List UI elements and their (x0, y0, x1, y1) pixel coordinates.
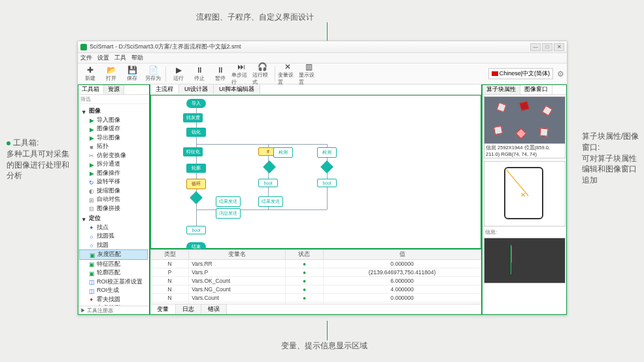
tab-error[interactable]: 错误 (201, 304, 227, 314)
tree-item[interactable]: ▶图像操作 (79, 169, 148, 178)
minimize-button[interactable]: — (530, 43, 541, 51)
table-row[interactable]: NVars.NG_Count●4.000000 (151, 285, 481, 294)
toolbar-暂停[interactable]: ⏸暂停 (211, 65, 230, 83)
tree-item[interactable]: ⊟图像拼接 (79, 204, 148, 213)
column-header[interactable]: 变量名 (189, 250, 286, 260)
toolbar-保存[interactable]: 💾保存 (122, 65, 142, 83)
flow-decision[interactable] (263, 160, 276, 173)
toolbar-另存为[interactable]: 📄另存为 (143, 65, 163, 83)
tree-item[interactable]: ↻旋转平移 (79, 177, 148, 187)
tab-toolbox[interactable]: 工具箱 (78, 84, 104, 94)
column-header[interactable]: 类型 (151, 250, 189, 260)
tree-item[interactable]: ⊞自动对焦 (79, 195, 148, 204)
toolbar-打开[interactable]: 📂打开 (101, 65, 121, 83)
tree-category[interactable]: ▾图像 (79, 107, 148, 116)
menu-settings[interactable]: 设置 (97, 54, 109, 62)
tree-item[interactable]: ▣轮廓匹配 (79, 268, 148, 278)
table-row[interactable]: NVars.RR●0.000000 (151, 260, 481, 268)
flow-node[interactable]: 结果发送 (216, 196, 241, 207)
flow-node[interactable]: 锐化 (186, 128, 206, 137)
flow-node[interactable]: 检测 (273, 147, 293, 158)
menu-tools[interactable]: 工具 (114, 54, 126, 62)
toolbar-icon: 💾 (127, 65, 137, 75)
image-preview-2[interactable]: ✕ (484, 161, 566, 226)
maximize-button[interactable]: □ (542, 43, 552, 51)
tab-operator-prop[interactable]: 算子块属性 (483, 84, 520, 94)
tool-label: 找圆 (97, 241, 109, 250)
flow-decision[interactable] (320, 160, 333, 173)
flow-node[interactable]: 特征化 (183, 147, 203, 156)
image-preview-1[interactable]: 信息 2592X1944 位置(859.0, 211.0) RGB(74, 74… (484, 96, 566, 158)
flow-node[interactable]: 轮廓 (186, 164, 206, 173)
table-row[interactable]: NVars.OK_Count●6.000000 (151, 277, 481, 285)
gear-icon[interactable]: ⚙ (557, 69, 564, 79)
tree-item[interactable]: ▶图像缓存 (79, 124, 148, 134)
toolbar-单步运行[interactable]: ⏭单步运行 (231, 65, 251, 83)
tree-item[interactable]: ✂仿射变换像 (79, 151, 148, 160)
variables-table[interactable]: 类型变量名状态值 NVars.RR●0.000000PVars.P●(2139.… (150, 249, 481, 304)
tree-item[interactable]: ✦霍夫找圆 (79, 295, 148, 304)
flow-node[interactable]: bool (186, 226, 206, 234)
tree-item[interactable]: ▶拆分通道 (79, 160, 148, 169)
tool-tree[interactable]: ▾图像▶导入图像▶图像缓存▶导出图像■拓扑✂仿射变换像▶拆分通道▶图像操作↻旋转… (78, 104, 149, 306)
tab-main-flow[interactable]: 主流程 (150, 84, 179, 94)
tree-category[interactable]: ▾定位 (79, 214, 148, 223)
flow-node[interactable]: 检测 (317, 147, 337, 158)
chip-marker (496, 102, 506, 112)
tree-item[interactable]: ◫ROI生成 (79, 286, 148, 295)
tree-item[interactable]: ▣灰度匹配 (79, 249, 148, 260)
tool-register[interactable]: ▶ 工具注册器 (78, 306, 149, 315)
table-row[interactable]: PVars.P●(2139.646973,750.411804) (151, 268, 481, 277)
tree-item[interactable]: ▶导入图像 (79, 116, 148, 125)
toolbar-停止[interactable]: ⏸停止 (190, 65, 209, 83)
titlebar[interactable]: SciSmart - D:/SciSmart3.0方案/主界面流程图-中文版2.… (78, 41, 567, 53)
toolbar-icon: ✚ (87, 65, 93, 75)
flow-node[interactable]: 转灰度 (183, 113, 203, 122)
image-preview-3[interactable] (484, 238, 566, 283)
tab-log[interactable]: 日志 (176, 304, 201, 314)
tree-item[interactable]: ◐拢缩图像 (79, 187, 148, 196)
flow-node[interactable]: bool (317, 179, 337, 187)
menu-file[interactable]: 文件 (80, 54, 92, 62)
flow-node[interactable]: 结果发送 (258, 196, 283, 207)
toolbar-新建[interactable]: ✚新建 (80, 65, 100, 83)
tool-icon: ■ (88, 143, 95, 150)
toolbar-显示设置[interactable]: ▥显示设置 (299, 65, 318, 83)
column-header[interactable]: 状态 (285, 250, 323, 260)
close-button[interactable]: ✕ (554, 43, 564, 51)
tree-item[interactable]: ✦找点 (79, 223, 148, 232)
filter-label[interactable]: 筛选 (78, 95, 149, 104)
cell: Vars.NG_Count (189, 285, 286, 294)
tab-resource[interactable]: 资源 (104, 84, 124, 94)
toolbar-变量设置[interactable]: ✕变量设置 (278, 65, 297, 83)
toolbar-运行模式[interactable]: 🎧运行模式 (252, 65, 272, 83)
app-window: SciSmart - D:/SciSmart3.0方案/主界面流程图-中文版2.… (77, 41, 568, 316)
flow-canvas[interactable]: 导入 转灰度 锐化 特征化 if 检测 检测 轮廓 循环 bool bool 结… (150, 95, 481, 249)
tree-item[interactable]: ▶导出图像 (79, 134, 148, 143)
flow-node[interactable]: 循环 (186, 179, 206, 189)
tab-ui-script[interactable]: UI脚本编辑器 (214, 84, 260, 94)
toolbar-label: 单步运行 (231, 71, 251, 86)
flow-decision[interactable] (190, 191, 203, 204)
tab-image-window[interactable]: 图像窗口 (520, 84, 552, 94)
tree-item[interactable]: ■拓扑 (79, 142, 148, 151)
menu-help[interactable]: 帮助 (131, 54, 143, 62)
table-row[interactable]: NVars.Count●0.000000 (151, 294, 481, 302)
tree-item[interactable]: ○找圆弧 (79, 232, 148, 241)
tab-ui-designer[interactable]: UI设计器 (179, 84, 214, 94)
column-header[interactable]: 值 (324, 250, 481, 260)
tree-item[interactable]: ▣特征匹配 (79, 260, 148, 269)
tree-item[interactable]: ◫ROI校正基准设置 (79, 278, 148, 287)
chip-marker (494, 126, 503, 135)
flow-node-end[interactable]: 结束 (186, 242, 206, 249)
tree-item[interactable]: ○找圆 (79, 241, 148, 250)
flow-node-start[interactable]: 导入 (186, 99, 206, 108)
message-label: 信息: (483, 228, 567, 236)
flow-node[interactable]: 消息发送 (216, 208, 241, 219)
toolbar-icon: ✕ (284, 62, 291, 71)
tab-variables[interactable]: 变量 (150, 304, 176, 314)
language-selector[interactable]: Chinese|中文(简体) (488, 68, 553, 79)
flow-node[interactable]: bool (258, 179, 278, 187)
vars-tabs: 变量 日志 错误 (150, 304, 481, 314)
toolbar-运行[interactable]: ▶运行 (169, 65, 188, 83)
